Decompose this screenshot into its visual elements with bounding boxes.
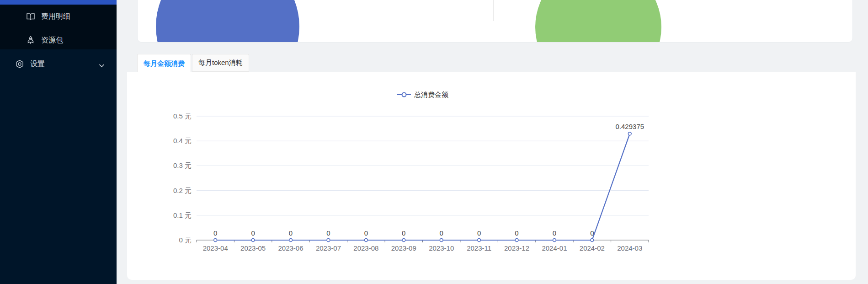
svg-text:0.5 元: 0.5 元 <box>173 112 192 120</box>
svg-text:0.429375: 0.429375 <box>616 123 644 130</box>
svg-text:0.1 元: 0.1 元 <box>173 211 192 219</box>
svg-text:0: 0 <box>402 229 405 237</box>
svg-text:0: 0 <box>590 229 594 237</box>
svg-text:0: 0 <box>364 229 368 237</box>
line-chart-svg: 0 元0.1 元0.2 元0.3 元0.4 元0.5 元2023-042023-… <box>127 72 856 280</box>
svg-text:0: 0 <box>553 229 556 237</box>
sidebar-item-resource-pack[interactable]: 资源包 <box>26 34 63 47</box>
svg-text:2023-04: 2023-04 <box>203 244 228 252</box>
svg-text:0 元: 0 元 <box>179 236 192 244</box>
svg-text:2023-08: 2023-08 <box>353 244 378 252</box>
svg-text:0: 0 <box>213 229 217 237</box>
svg-text:0: 0 <box>251 229 255 237</box>
rocket-icon <box>26 36 35 45</box>
sidebar: 费用明细 资源包 设置 <box>0 0 117 284</box>
line-chart-card: 总消费金额 0 元0.1 元0.2 元0.3 元0.4 元0.5 元2023-0… <box>127 72 856 280</box>
svg-text:0: 0 <box>326 229 330 237</box>
svg-text:2023-06: 2023-06 <box>278 244 304 252</box>
pie-chart-green-slice <box>535 0 661 43</box>
svg-text:2024-03: 2024-03 <box>617 244 642 252</box>
pie-summary-card <box>137 0 853 43</box>
svg-text:2023-05: 2023-05 <box>240 244 266 252</box>
svg-text:0.4 元: 0.4 元 <box>173 137 192 145</box>
svg-text:0: 0 <box>477 229 481 237</box>
svg-text:2024-01: 2024-01 <box>542 244 567 252</box>
svg-text:0.3 元: 0.3 元 <box>173 161 192 169</box>
account-book-icon <box>26 12 35 21</box>
svg-text:2023-12: 2023-12 <box>504 244 529 252</box>
chevron-down-icon <box>99 61 105 70</box>
sidebar-selected-item-highlight[interactable] <box>0 0 117 5</box>
gear-icon <box>15 59 24 69</box>
sidebar-item-label: 资源包 <box>41 36 63 45</box>
sidebar-item-settings[interactable]: 设置 <box>15 58 105 70</box>
tab-monthly-token-usage[interactable]: 每月token消耗 <box>192 54 249 72</box>
svg-text:0: 0 <box>515 229 518 237</box>
chart-tabs: 每月金额消费 每月token消耗 <box>137 54 250 72</box>
svg-text:0.2 元: 0.2 元 <box>173 187 192 194</box>
svg-text:2023-09: 2023-09 <box>391 244 416 252</box>
svg-text:2023-07: 2023-07 <box>316 244 341 252</box>
pie-card-divider <box>493 0 494 21</box>
tab-monthly-amount-spend[interactable]: 每月金额消费 <box>137 54 191 73</box>
svg-text:2023-10: 2023-10 <box>429 244 454 252</box>
svg-text:0: 0 <box>440 229 443 237</box>
billing-dashboard-page: { "sidebar": { "items": [ { "label": "费用… <box>0 0 868 284</box>
svg-text:2024-02: 2024-02 <box>580 244 605 252</box>
sidebar-item-fee-details[interactable]: 费用明细 <box>26 10 70 23</box>
svg-text:2023-11: 2023-11 <box>467 244 491 252</box>
sidebar-item-label: 设置 <box>30 59 45 69</box>
svg-text:0: 0 <box>289 229 293 237</box>
pie-chart-blue-slice <box>156 0 299 43</box>
sidebar-item-label: 费用明细 <box>41 12 70 21</box>
